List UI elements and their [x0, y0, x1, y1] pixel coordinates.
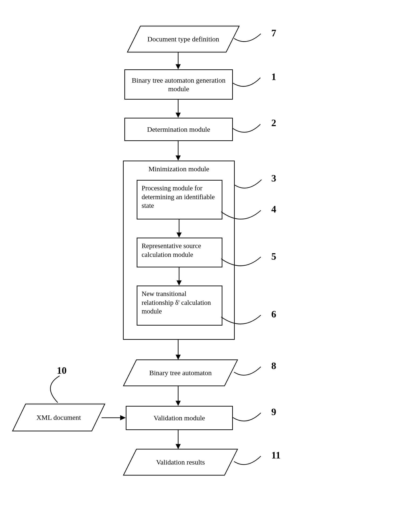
new-transition-module: New transitional relationship δ' calcula… — [137, 285, 222, 326]
binary-tree-automaton: Binary tree automaton — [123, 360, 238, 386]
label-9: 9 — [271, 406, 276, 418]
svg-marker-20 — [176, 444, 181, 449]
label-6: 6 — [271, 309, 276, 320]
validation-module: Validation module — [126, 406, 233, 430]
svg-marker-6 — [176, 155, 181, 161]
callout-7 — [234, 28, 269, 47]
svg-marker-18 — [120, 415, 126, 420]
arrow-7-1 — [175, 52, 182, 69]
validation-label: Validation module — [154, 413, 205, 422]
xml-document: XML document — [13, 404, 105, 431]
svg-marker-8 — [177, 233, 182, 238]
new-transition-label: New transitional relationship δ' calcula… — [141, 290, 211, 315]
binary-tree-gen-module: Binary tree automaton generation module — [124, 69, 233, 100]
svg-marker-2 — [176, 64, 181, 69]
callout-9 — [233, 408, 269, 426]
arrow-10-9 — [102, 414, 126, 421]
determination-module: Determination module — [124, 118, 233, 141]
arrow-3-8 — [175, 340, 182, 360]
processing-module: Processing module for determining an ide… — [137, 180, 222, 219]
svg-marker-10 — [177, 280, 182, 285]
callout-5 — [221, 251, 269, 272]
label-2: 2 — [271, 117, 276, 128]
binary-tree-gen-label: Binary tree automaton generation module — [130, 76, 228, 93]
callout-10 — [43, 376, 76, 404]
callout-8 — [234, 362, 269, 380]
validation-results: Validation results — [123, 449, 238, 475]
arrow-2-3 — [175, 141, 182, 161]
callout-2 — [233, 119, 269, 138]
callout-1 — [233, 73, 269, 91]
processing-label: Processing module for determining an ide… — [141, 184, 215, 209]
xml-document-label: XML document — [17, 413, 100, 422]
label-10: 10 — [57, 365, 67, 376]
binary-tree-automaton-label: Binary tree automaton — [129, 368, 232, 377]
label-8: 8 — [271, 360, 276, 371]
label-7: 7 — [271, 27, 276, 39]
svg-marker-4 — [176, 113, 181, 118]
callout-11 — [234, 451, 269, 470]
callout-4 — [221, 205, 269, 226]
minimization-module: Minimization module Processing module fo… — [123, 161, 235, 340]
doc-type-definition-label: Document type definition — [133, 35, 234, 44]
svg-marker-12 — [176, 355, 181, 360]
arrow-5-6 — [176, 267, 183, 285]
arrow-4-5 — [176, 219, 183, 238]
callout-6 — [221, 310, 269, 330]
rep-source-label: Representative source calculation module — [141, 242, 201, 258]
minimization-title: Minimization module — [124, 165, 234, 173]
label-3: 3 — [271, 173, 276, 184]
determination-label: Determination module — [147, 125, 210, 134]
label-4: 4 — [271, 204, 276, 215]
rep-source-module: Representative source calculation module — [137, 238, 222, 267]
arrow-8-9 — [175, 386, 182, 406]
svg-marker-15 — [176, 401, 181, 406]
arrow-1-2 — [175, 100, 182, 118]
validation-results-label: Validation results — [129, 458, 232, 467]
doc-type-definition: Document type definition — [127, 26, 239, 52]
label-5: 5 — [271, 251, 276, 262]
arrow-9-11 — [175, 430, 182, 449]
callout-3 — [235, 175, 270, 193]
label-11: 11 — [271, 450, 281, 461]
label-1: 1 — [271, 71, 276, 82]
